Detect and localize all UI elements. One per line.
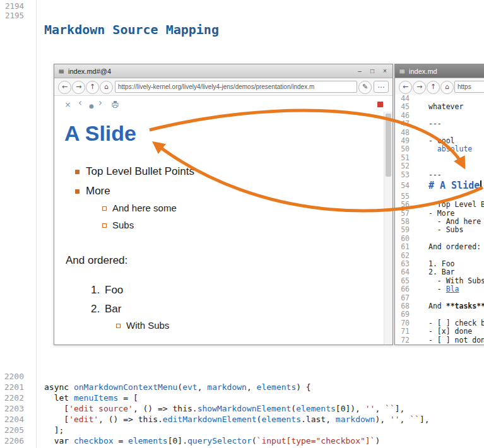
- code-line-text[interactable]: absolute: [410, 145, 472, 153]
- code-line[interactable]: 69: [395, 310, 484, 319]
- code-line[interactable]: 50 absolute: [395, 145, 484, 153]
- line-number[interactable]: 66: [395, 285, 410, 293]
- line-number[interactable]: 59: [395, 226, 410, 234]
- code-line-text[interactable]: 1. Foo: [410, 260, 455, 268]
- line-number[interactable]: 51: [395, 154, 410, 162]
- code-line-text[interactable]: [410, 112, 428, 120]
- scrollbar[interactable]: [384, 112, 393, 345]
- code-line-text[interactable]: - [ ] check bo: [410, 319, 484, 327]
- code-line-text[interactable]: [410, 192, 428, 201]
- line-number[interactable]: 2206: [0, 435, 24, 446]
- line-number[interactable]: 50: [395, 145, 410, 153]
- code-line-text[interactable]: # A Slide: [410, 179, 481, 192]
- line-number[interactable]: 54: [395, 179, 410, 192]
- code-line-text[interactable]: ['edit source', () => this.showMarkdownE…: [24, 403, 404, 414]
- scrollbar-thumb[interactable]: [386, 114, 391, 177]
- code-line[interactable]: 65 - With Subs: [395, 277, 484, 285]
- next-slide-icon[interactable]: ›: [98, 98, 102, 108]
- code-line[interactable]: 2202 let menuItems = [: [0, 392, 484, 403]
- line-number[interactable]: 46: [395, 112, 410, 120]
- window-titlebar[interactable]: ≡ index.md#@4 – □ ×: [54, 64, 393, 78]
- prev-slide-icon[interactable]: ‹: [78, 98, 82, 108]
- code-line[interactable]: 46: [395, 112, 484, 120]
- line-number[interactable]: 2203: [0, 403, 24, 414]
- code-line[interactable]: 2206 var checkbox = elements[0].querySel…: [0, 435, 484, 446]
- code-line-text[interactable]: - More: [410, 209, 455, 218]
- line-number[interactable]: 2201: [0, 382, 24, 392]
- code-line-text[interactable]: - cool: [410, 137, 455, 145]
- code-line-text[interactable]: [410, 154, 428, 162]
- forward-icon[interactable]: →: [413, 81, 426, 94]
- code-line[interactable]: 66 - Bla: [395, 285, 484, 293]
- print-icon[interactable]: [111, 100, 119, 110]
- window-titlebar[interactable]: ≡ index.md: [395, 64, 484, 78]
- code-line-text[interactable]: - Bla: [410, 285, 459, 293]
- line-number[interactable]: 70: [395, 319, 410, 327]
- code-line[interactable]: 52: [395, 162, 484, 170]
- code-line-text[interactable]: var checkbox = elements[0].querySelector…: [24, 435, 380, 446]
- line-number[interactable]: 65: [395, 277, 410, 285]
- line-number[interactable]: 53: [395, 171, 410, 179]
- record-indicator[interactable]: [377, 102, 383, 107]
- line-number[interactable]: 2202: [0, 392, 24, 403]
- line-number[interactable]: 62: [395, 252, 410, 260]
- code-line[interactable]: 2205 ];: [0, 425, 484, 435]
- code-line[interactable]: 57- More: [395, 209, 484, 218]
- line-number[interactable]: 2204: [0, 414, 24, 425]
- line-number[interactable]: 58: [395, 218, 410, 226]
- overview-dot-icon[interactable]: ●: [89, 102, 94, 111]
- code-line-text[interactable]: [410, 95, 428, 103]
- code-line-text[interactable]: [410, 129, 428, 137]
- close-icon[interactable]: ×: [381, 68, 389, 74]
- line-number[interactable]: 45: [395, 103, 410, 111]
- code-line-text[interactable]: ---: [410, 120, 442, 128]
- line-number-gutter-top[interactable]: 2194 2195: [0, 2, 24, 20]
- code-line-text[interactable]: 2. Bar: [410, 268, 455, 276]
- code-line[interactable]: 68And **tasks**: [395, 302, 484, 310]
- line-number[interactable]: 57: [395, 209, 410, 218]
- hamburger-icon[interactable]: ≡: [399, 67, 405, 76]
- code-line[interactable]: 61And ordered:: [395, 243, 484, 251]
- code-line-text[interactable]: [410, 310, 428, 319]
- code-line-text[interactable]: [410, 235, 428, 243]
- code-line[interactable]: 48: [395, 129, 484, 137]
- code-line-text[interactable]: ];: [24, 425, 64, 435]
- up-icon[interactable]: ↑: [427, 81, 440, 94]
- code-line[interactable]: 44: [395, 95, 484, 103]
- code-line[interactable]: 55: [395, 192, 484, 201]
- line-number[interactable]: 63: [395, 260, 410, 268]
- code-line-text[interactable]: [410, 162, 428, 170]
- code-line[interactable]: 62: [395, 252, 484, 260]
- line-number[interactable]: 60: [395, 235, 410, 243]
- code-line[interactable]: 53---: [395, 171, 484, 179]
- code-line[interactable]: 2200: [0, 371, 484, 382]
- line-number[interactable]: 56: [395, 201, 410, 209]
- code-line-text[interactable]: async onMarkdownContextMenu(evt, markdow…: [24, 382, 311, 392]
- home-icon[interactable]: ⌂: [100, 81, 113, 94]
- home-icon[interactable]: ⌂: [440, 81, 454, 94]
- code-line[interactable]: 2204 ['edit', () => this.editMarkdownEle…: [0, 414, 484, 425]
- code-line-text[interactable]: - [ ] not done: [410, 336, 484, 345]
- code-line-text[interactable]: - Top Level Bu: [410, 201, 484, 209]
- code-line[interactable]: 58 - And here s: [395, 218, 484, 226]
- line-number[interactable]: 49: [395, 137, 410, 145]
- code-line[interactable]: 67: [395, 294, 484, 302]
- line-number[interactable]: 2205: [0, 425, 24, 435]
- code-line[interactable]: 72- [ ] not done: [395, 336, 484, 345]
- line-number[interactable]: 2195: [0, 11, 24, 21]
- code-line[interactable]: 45whatever: [395, 103, 484, 111]
- back-icon[interactable]: ←: [399, 81, 412, 94]
- url-input[interactable]: https: [454, 81, 484, 93]
- code-line-text[interactable]: ---: [410, 171, 442, 179]
- code-line[interactable]: 71- [x] done: [395, 327, 484, 336]
- code-line-text[interactable]: [24, 371, 44, 382]
- line-number[interactable]: 69: [395, 310, 410, 319]
- line-number[interactable]: 2200: [0, 371, 24, 382]
- minimize-icon[interactable]: –: [355, 68, 364, 74]
- line-number[interactable]: 68: [395, 302, 410, 310]
- code-line[interactable]: 47---: [395, 120, 484, 128]
- code-line-text[interactable]: - With Subs: [410, 277, 484, 285]
- line-number[interactable]: 72: [395, 336, 410, 345]
- edit-pencil-icon[interactable]: ✎: [358, 81, 372, 94]
- code-line[interactable]: 2203 ['edit source', () => this.showMark…: [0, 403, 484, 414]
